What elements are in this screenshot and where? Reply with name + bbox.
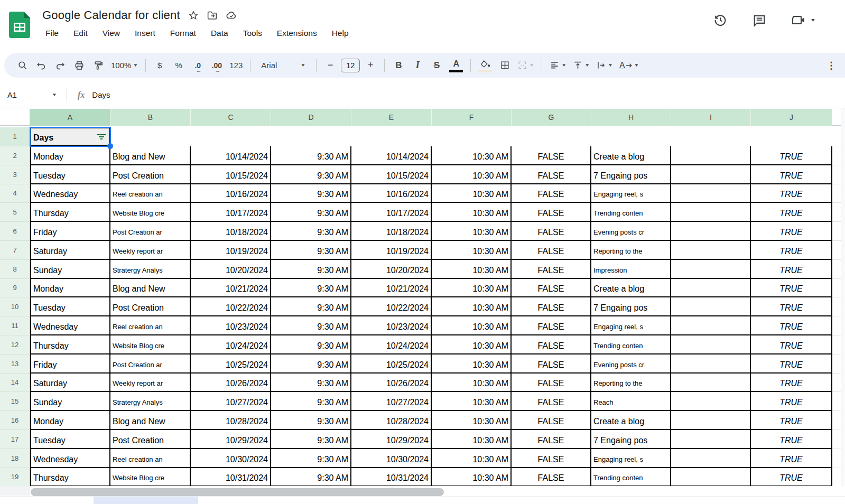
column-header-E[interactable]: E: [351, 109, 432, 126]
cell-days-row6[interactable]: Friday: [30, 222, 110, 241]
cell-end-time-row8[interactable]: 10:30 AM: [432, 260, 512, 279]
format-currency-button[interactable]: $: [151, 57, 168, 74]
cloud-saved-icon[interactable]: [226, 10, 237, 21]
cell-private-row7[interactable]: TRUE: [751, 241, 832, 260]
cell-end-date-row14[interactable]: 10/26/2024: [351, 374, 432, 393]
cell-days-row13[interactable]: Friday: [30, 354, 110, 374]
cell-days-row17[interactable]: Tuesday: [30, 430, 110, 449]
cell-private-row4[interactable]: TRUE: [751, 184, 832, 203]
decrease-decimal-button[interactable]: .0←: [189, 57, 206, 74]
menu-help[interactable]: Help: [328, 26, 353, 40]
row-header-2[interactable]: 2: [0, 146, 30, 165]
cell-days-row3[interactable]: Tuesday: [30, 165, 110, 184]
column-header-A[interactable]: A: [30, 109, 110, 126]
cell-start-time-row17[interactable]: 9:30 AM: [271, 430, 351, 449]
cell-location-row19[interactable]: [671, 468, 751, 486]
row-header-6[interactable]: 6: [0, 222, 30, 241]
cell-location-row4[interactable]: [671, 184, 751, 203]
format-percent-button[interactable]: %: [170, 57, 187, 74]
row-header-8[interactable]: 8: [0, 260, 30, 279]
comments-icon[interactable]: [752, 13, 767, 27]
fill-handle[interactable]: [107, 143, 113, 149]
borders-button[interactable]: [496, 57, 513, 74]
increase-decimal-button[interactable]: .00→: [208, 57, 225, 74]
cell-all-day-ev-row3[interactable]: FALSE: [512, 165, 591, 184]
row-header-14[interactable]: 14: [0, 374, 30, 393]
cell-end-time-row14[interactable]: 10:30 AM: [432, 374, 512, 393]
select-all-corner[interactable]: [0, 109, 30, 126]
cell-all-day-ev-row2[interactable]: FALSE: [512, 146, 591, 165]
move-to-folder-icon[interactable]: [207, 10, 218, 21]
cell-subject-row11[interactable]: Reel creation an: [110, 316, 191, 335]
cell-start-time-row13[interactable]: 9:30 AM: [271, 354, 351, 374]
row-header-5[interactable]: 5: [0, 203, 30, 222]
column-header-D[interactable]: D: [271, 109, 351, 126]
cell-start-time-row4[interactable]: 9:30 AM: [271, 184, 351, 203]
cell-start-date-row11[interactable]: 10/23/2024: [191, 316, 271, 335]
cell-start-time-row7[interactable]: 9:30 AM: [271, 241, 351, 260]
decrease-font-size-button[interactable]: −: [322, 57, 339, 74]
document-title[interactable]: Google Calendar for client: [42, 8, 180, 22]
menu-tools[interactable]: Tools: [239, 26, 266, 40]
cell-start-time-row18[interactable]: 9:30 AM: [271, 449, 351, 468]
cell-private-row6[interactable]: TRUE: [751, 222, 832, 241]
cell-subject-row16[interactable]: Blog and New: [110, 411, 191, 430]
cell-descriptio-row12[interactable]: Trending conten: [591, 335, 671, 354]
cell-start-date-row4[interactable]: 10/16/2024: [191, 184, 271, 203]
row-header-4[interactable]: 4: [0, 184, 30, 203]
menu-file[interactable]: File: [41, 26, 63, 40]
cell-descriptio-row7[interactable]: Reporting to the: [591, 241, 671, 260]
cell-start-date-row15[interactable]: 10/27/2024: [191, 392, 271, 411]
cell-descriptio-row14[interactable]: Reporting to the: [591, 374, 671, 393]
column-header-I[interactable]: I: [671, 109, 751, 126]
cell-start-date-row9[interactable]: 10/21/2024: [191, 279, 271, 298]
cell-descriptio-row3[interactable]: 7 Engaing pos: [591, 165, 671, 184]
cell-end-date-row4[interactable]: 10/16/2024: [351, 184, 432, 203]
cell-start-time-row5[interactable]: 9:30 AM: [271, 203, 351, 222]
cell-end-date-row12[interactable]: 10/24/2024: [351, 335, 432, 354]
menu-insert[interactable]: Insert: [131, 26, 160, 40]
cell-subject-row9[interactable]: Blog and New: [110, 279, 191, 298]
cell-all-day-ev-row8[interactable]: FALSE: [512, 260, 591, 279]
cell-end-time-row19[interactable]: 10:30 AM: [432, 468, 512, 486]
cell-location-row3[interactable]: [671, 165, 751, 184]
cell-all-day-ev-row11[interactable]: FALSE: [512, 316, 591, 335]
row-header-15[interactable]: 15: [0, 392, 30, 411]
cell-end-date-row2[interactable]: 10/14/2024: [351, 146, 432, 165]
cell-location-row12[interactable]: [671, 335, 751, 354]
cell-all-day-ev-row5[interactable]: FALSE: [512, 203, 591, 222]
cell-end-date-row3[interactable]: 10/15/2024: [351, 165, 432, 184]
cell-descriptio-row6[interactable]: Evening posts cr: [591, 222, 671, 241]
cell-end-time-row13[interactable]: 10:30 AM: [432, 354, 512, 374]
cell-private-row11[interactable]: TRUE: [751, 316, 832, 335]
cell-start-date-row10[interactable]: 10/22/2024: [191, 297, 271, 316]
cell-location-row6[interactable]: [671, 222, 751, 241]
row-header-12[interactable]: 12: [0, 335, 30, 354]
cell-location-row16[interactable]: [671, 411, 751, 430]
cell-private-row14[interactable]: TRUE: [751, 374, 832, 393]
cell-start-date-row17[interactable]: 10/29/2024: [191, 430, 271, 449]
cell-location-row11[interactable]: [671, 316, 751, 335]
cell-start-date-row12[interactable]: 10/24/2024: [191, 335, 271, 354]
cell-subject-row14[interactable]: Weekly report ar: [110, 374, 191, 393]
paint-format-icon[interactable]: [90, 57, 107, 74]
cell-subject-row19[interactable]: Website Blog cre: [110, 468, 191, 486]
bold-button[interactable]: B: [390, 57, 407, 74]
row-header-13[interactable]: 13: [0, 354, 30, 374]
cell-subject-row2[interactable]: Blog and New: [110, 146, 191, 165]
cell-descriptio-row5[interactable]: Trending conten: [591, 203, 671, 222]
cell-days-row2[interactable]: Monday: [30, 146, 110, 165]
cell-days-row19[interactable]: Thursday: [30, 468, 110, 486]
cell-private-row9[interactable]: TRUE: [751, 279, 832, 298]
cell-start-date-row2[interactable]: 10/14/2024: [191, 146, 271, 165]
cell-end-date-row17[interactable]: 10/29/2024: [351, 430, 432, 449]
cell-end-date-row10[interactable]: 10/22/2024: [351, 297, 432, 316]
cell-end-date-row7[interactable]: 10/19/2024: [351, 241, 432, 260]
cell-subject-row6[interactable]: Post Creation ar: [110, 222, 191, 241]
menu-view[interactable]: View: [98, 26, 124, 40]
toolbar-more-icon[interactable]: ⋮: [823, 57, 840, 74]
cell-all-day-ev-row13[interactable]: FALSE: [512, 354, 591, 374]
fill-color-button[interactable]: [476, 57, 494, 74]
cell-start-time-row6[interactable]: 9:30 AM: [271, 222, 351, 241]
cell-end-date-row9[interactable]: 10/21/2024: [351, 279, 432, 298]
